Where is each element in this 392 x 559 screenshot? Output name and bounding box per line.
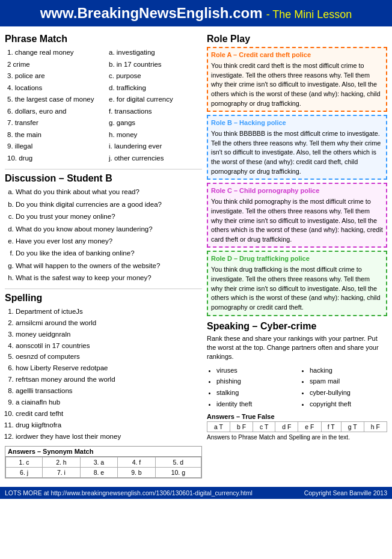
phrase-right-col: a. investigatingb. in 17 countriesc. pur…: [106, 47, 202, 164]
phrase-right-item: c. purpose: [109, 70, 202, 82]
spelling-item: drug kiigftnofra: [16, 420, 202, 431]
true-false-section: Answers – True False a Tb Fc Td Fe Ff Tg…: [207, 413, 387, 441]
synonym-cell: 4. f: [118, 457, 156, 468]
synonym-cell: 10. g: [155, 468, 201, 478]
tf-cell: f T: [321, 422, 341, 432]
synonym-cell: 1. c: [6, 457, 43, 468]
role-box: Role A – Credit card theft policeYou thi…: [207, 47, 387, 112]
spelling-section: Spelling Department of ictueJsarnsilcmi …: [5, 293, 202, 443]
tf-cell: g T: [341, 422, 364, 432]
spelling-item: arnsilcmi around the world: [16, 317, 202, 329]
speaking-list2: hackingspam mailcyber-bullyingcopyright …: [300, 365, 387, 410]
tf-cell: b F: [230, 422, 253, 432]
speaking-col2: hackingspam mailcyber-bullyingcopyright …: [300, 365, 387, 410]
speaking-list1: virusesphishingstalkingidentity theft: [207, 365, 294, 410]
spelling-item: money ueidgnraln: [16, 329, 202, 340]
speaking-item: viruses: [216, 365, 294, 376]
discussion-item: What do you think about what you read?: [16, 186, 202, 197]
discussion-title: Discussion – Student B: [5, 173, 202, 184]
discussion-item: Do you think digital currencies are a go…: [16, 199, 202, 210]
role-title: Role B – Hacking police: [211, 118, 383, 128]
phrase-left-item: 7. transfer: [7, 117, 100, 129]
discussion-section: Discussion – Student B What do you think…: [5, 173, 202, 283]
phrase-left-item: 9. illegal: [7, 141, 100, 153]
discussion-item: Do you trust your money online?: [16, 211, 202, 222]
footer-url: LOTS MORE at http://www.breakingnewsengl…: [5, 489, 253, 496]
speaking-item: copyright theft: [310, 399, 387, 410]
spelling-item: oesnzd of computers: [16, 351, 202, 362]
speaking-col1: virusesphishingstalkingidentity theft: [207, 365, 294, 410]
page-header: www.BreakingNewsEnglish.com - The Mini L…: [0, 0, 392, 26]
spelling-item: iordwer they have lost their money: [16, 431, 202, 442]
spelling-item: how Liberty Reserve redotpae: [16, 362, 202, 374]
spelling-item: agellli transactions: [16, 385, 202, 397]
phrase-match-section: Phrase Match 1. change real money2 crime…: [5, 34, 202, 164]
left-column: Phrase Match 1. change real money2 crime…: [5, 30, 202, 478]
discussion-list: What do you think about what you read?Do…: [5, 186, 202, 283]
answers-synonym-title: Answers – Synonym Match: [5, 447, 201, 457]
role-title: Role C – Child pornography police: [211, 186, 383, 196]
phrase-left-item: 5. the largest case of money: [7, 94, 100, 106]
spelling-item: credit card tefht: [16, 408, 202, 420]
discussion-item: Do you like the idea of banking online?: [16, 248, 202, 258]
spelling-item: a ciainafln hub: [16, 397, 202, 408]
spelling-list: Department of ictueJsarnsilcmi around th…: [5, 306, 202, 443]
phrase-left-list: 1. change real money2 crime3. police are…: [5, 47, 100, 164]
synonym-cell: 6. j: [6, 468, 43, 478]
synonym-table: 1. c2. h3. a4. f5. d6. j7. i8. e9. b10. …: [5, 457, 201, 478]
tf-cell: a T: [207, 422, 230, 432]
synonym-cell: 9. b: [118, 468, 156, 478]
role-play-section: Role Play Role A – Credit card theft pol…: [207, 34, 387, 316]
phrase-left-item: 1. change real money: [7, 47, 100, 59]
tf-note: Answers to Phrase Match and Spelling are…: [207, 434, 387, 441]
phrase-left-item: 2 crime: [7, 59, 100, 71]
footer-copyright: Copyright Sean Banville 2013: [304, 489, 387, 496]
phrase-right-item: e. for digital currency: [109, 94, 202, 106]
phrase-right-item: b. in 17 countries: [109, 59, 202, 71]
speaking-item: hacking: [310, 365, 387, 376]
phrase-left-item: 4. locations: [7, 82, 100, 94]
synonym-cell: 2. h: [43, 457, 81, 468]
synonym-cell: 8. e: [80, 468, 118, 478]
synonym-cell: 3. a: [80, 457, 118, 468]
speaking-intro: Rank these and share your rankings with …: [207, 334, 387, 362]
phrase-left-item: 10. drug: [7, 153, 100, 165]
discussion-item: What do you know about money laundering?: [16, 224, 202, 234]
footer-bar: LOTS MORE at http://www.breakingnewsengl…: [0, 487, 392, 499]
role-box: Role C – Child pornography policeYou thi…: [207, 183, 387, 248]
discussion-item: What is the safest way to keep your mone…: [16, 272, 202, 283]
spelling-item: aonscotil in 17 countries: [16, 340, 202, 352]
phrase-right-item: h. money: [109, 129, 202, 141]
spelling-title: Spelling: [5, 293, 202, 304]
phrase-right-item: j. other currencies: [109, 153, 202, 165]
answers-synonym-section: Answers – Synonym Match 1. c2. h3. a4. f…: [5, 446, 202, 478]
speaking-grid: virusesphishingstalkingidentity theft ha…: [207, 365, 387, 410]
phrase-right-item: i. laundering ever: [109, 141, 202, 153]
true-false-title: Answers – True False: [207, 413, 387, 420]
phrase-left-col: 1. change real money2 crime3. police are…: [5, 47, 100, 164]
phrase-left-item: 3. police are: [7, 70, 100, 82]
speaking-item: cyber-bullying: [310, 387, 387, 399]
speaking-section: Speaking – Cyber-crime Rank these and sh…: [207, 321, 387, 441]
speaking-item: identity theft: [216, 399, 294, 410]
role-box: Role B – Hacking policeYou think BBBBBB …: [207, 115, 387, 180]
discussion-item: Have you ever lost any money?: [16, 236, 202, 246]
speaking-item: phishing: [216, 376, 294, 387]
tf-cell: h F: [364, 422, 387, 432]
phrase-right-item: a. investigating: [109, 47, 202, 59]
site-tagline: - The Mini Lesson: [266, 8, 352, 20]
role-play-boxes: Role A – Credit card theft policeYou thi…: [207, 47, 387, 316]
phrase-left-item: 8. the main: [7, 129, 100, 141]
speaking-item: stalking: [216, 387, 294, 399]
tf-cell: e F: [298, 422, 321, 432]
role-title: Role D – Drug trafficking police: [211, 254, 383, 264]
phrase-match-grid: 1. change real money2 crime3. police are…: [5, 47, 202, 164]
role-box: Role D – Drug trafficking policeYou thin…: [207, 251, 387, 316]
phrase-right-item: g. gangs: [109, 117, 202, 129]
spelling-item: Department of ictueJs: [16, 306, 202, 317]
speaking-item: spam mail: [310, 376, 387, 387]
role-title: Role A – Credit card theft police: [211, 50, 383, 60]
speaking-title: Speaking – Cyber-crime: [207, 321, 387, 332]
phrase-right-item: f. transactions: [109, 106, 202, 118]
phrase-right-item: d. trafficking: [109, 82, 202, 94]
